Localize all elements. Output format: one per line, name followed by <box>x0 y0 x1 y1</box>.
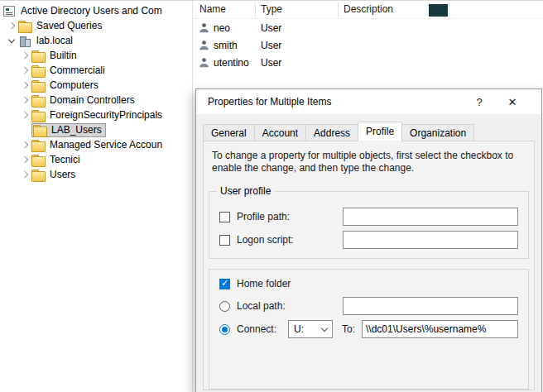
folder-icon <box>31 65 44 76</box>
tree-item-saved-queries[interactable]: Saved Queries <box>0 18 192 33</box>
home-folder-row: Home folder <box>219 273 518 294</box>
list-row-smith[interactable]: smith User <box>194 36 543 54</box>
home-folder-label: Home folder <box>237 278 291 289</box>
column-separator[interactable] <box>255 2 256 17</box>
tree-item-active-directory-root[interactable]: Active Directory Users and Com <box>0 3 192 18</box>
tree-item-label: Managed Service Accoun <box>48 139 164 151</box>
to-label: To: <box>342 323 355 335</box>
column-separator[interactable] <box>449 2 449 17</box>
instruction-text: To change a property for multiple object… <box>212 150 524 174</box>
home-folder-checkbox[interactable] <box>219 279 230 289</box>
tree-item-label: Saved Queries <box>35 20 103 31</box>
domain-icon <box>18 36 31 46</box>
aduc-console-icon <box>3 6 15 17</box>
tab-account[interactable]: Account <box>254 124 306 141</box>
chevron-right-icon[interactable] <box>18 68 31 73</box>
tree-item-label: Users <box>48 169 77 180</box>
column-header-description[interactable]: Description <box>344 3 393 15</box>
folder-icon <box>31 110 44 121</box>
user-icon <box>199 40 209 50</box>
tree-item-computers[interactable]: Computers <box>0 78 192 93</box>
tree-item-lab-local[interactable]: lab.local <box>0 33 192 48</box>
local-path-input[interactable] <box>343 297 518 315</box>
logon-script-checkbox[interactable] <box>219 235 230 246</box>
tree-item-label: lab.local <box>35 35 74 46</box>
chevron-right-icon[interactable] <box>18 172 31 177</box>
tab-strip: General Account Address Profile Organiza… <box>203 124 473 141</box>
close-button[interactable]: ✕ <box>505 93 520 110</box>
chevron-right-icon[interactable] <box>5 23 18 28</box>
selected-tree-item: LAB_Users <box>31 123 106 137</box>
tree-item-builtin[interactable]: Builtin <box>0 48 192 63</box>
tab-profile[interactable]: Profile <box>358 122 402 141</box>
chevron-right-icon[interactable] <box>18 83 31 88</box>
console-tree: Active Directory Users and Com Saved Que… <box>0 1 193 392</box>
profile-path-input[interactable] <box>343 208 518 226</box>
object-type: User <box>261 40 281 51</box>
folder-icon <box>31 140 44 151</box>
tree-item-label: Computers <box>48 79 100 91</box>
profile-path-row: Profile path: <box>219 205 518 228</box>
tab-general[interactable]: General <box>203 124 255 141</box>
column-header-name[interactable]: Name <box>199 3 226 15</box>
connect-path-input[interactable] <box>362 320 518 338</box>
tree-item-label: ForeignSecurityPrincipals <box>48 109 164 121</box>
logon-script-input[interactable] <box>343 231 518 249</box>
local-path-label: Local path: <box>237 300 286 312</box>
profile-path-label: Profile path: <box>237 211 290 222</box>
object-name: neo <box>214 22 230 34</box>
properties-dialog: Properties for Multiple Items ? ✕ Genera… <box>195 88 542 392</box>
folder-icon <box>18 21 31 31</box>
tree-item-tecnici[interactable]: Tecnici <box>0 152 192 167</box>
drive-letter-select[interactable]: U: <box>288 320 333 338</box>
tree-item-domain-controllers[interactable]: Domain Controllers <box>0 93 192 108</box>
tree-item-foreignsecurityprincipals[interactable]: ForeignSecurityPrincipals <box>0 108 192 122</box>
tree-item-lab-users[interactable]: LAB_Users <box>0 122 192 137</box>
group-user-profile: User profile Profile path: Logon script: <box>209 191 529 259</box>
dialog-titlebar: Properties for Multiple Items ? ✕ <box>196 89 541 114</box>
object-name: utentino <box>214 57 249 69</box>
chevron-right-icon[interactable] <box>18 98 31 103</box>
connect-label: Connect: <box>237 323 288 335</box>
profile-tab-page: To change a property for multiple object… <box>203 141 535 390</box>
user-icon <box>199 22 209 33</box>
column-separator[interactable] <box>338 2 339 17</box>
tree-item-label: LAB_Users <box>50 124 103 136</box>
object-type: User <box>261 22 281 34</box>
tree-item-label: Active Directory Users and Com <box>19 5 164 17</box>
tree-item-label: Builtin <box>48 50 79 61</box>
chevron-right-icon[interactable] <box>18 53 31 58</box>
logon-script-row: Logon script: <box>219 228 518 251</box>
object-type: User <box>261 57 281 69</box>
tree-item-label: Commerciali <box>48 65 107 76</box>
group-home-folder: Home folder Local path: Connect: U: To: <box>209 269 529 390</box>
list-row-utentino[interactable]: utentino User <box>194 54 543 71</box>
folder-icon <box>33 125 46 136</box>
chevron-right-icon[interactable] <box>18 112 31 117</box>
help-button[interactable]: ? <box>472 93 487 110</box>
user-icon <box>199 57 209 68</box>
list-row-neo[interactable]: neo User <box>194 19 543 36</box>
local-path-radio[interactable] <box>219 301 230 312</box>
chevron-right-icon[interactable] <box>18 157 31 162</box>
tree-item-commerciali[interactable]: Commerciali <box>0 63 192 78</box>
chevron-down-icon[interactable] <box>5 39 18 42</box>
tree-item-label: Tecnici <box>48 154 82 165</box>
folder-icon <box>31 80 44 91</box>
logon-script-label: Logon script: <box>237 234 294 246</box>
folder-icon <box>31 170 44 180</box>
folder-icon <box>31 155 44 165</box>
tree-item-label: Domain Controllers <box>48 94 137 106</box>
tree-item-managed-service-accounts[interactable]: Managed Service Accoun <box>0 137 192 152</box>
object-list: Name Type Description neo User smith Use… <box>194 1 543 88</box>
chevron-down-icon <box>321 325 328 332</box>
profile-path-checkbox[interactable] <box>219 212 230 222</box>
connect-radio[interactable] <box>219 324 230 335</box>
column-header-type[interactable]: Type <box>261 3 282 15</box>
chevron-right-icon[interactable] <box>18 142 31 147</box>
tab-organization[interactable]: Organization <box>401 124 474 141</box>
tab-address[interactable]: Address <box>305 124 358 141</box>
tree-item-users[interactable]: Users <box>0 167 192 182</box>
folder-icon <box>31 95 44 106</box>
drive-letter-value: U: <box>294 323 304 335</box>
